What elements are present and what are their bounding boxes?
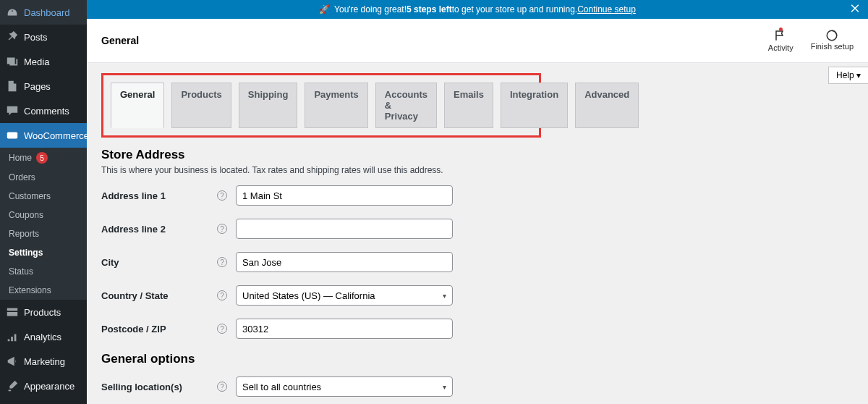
help-icon[interactable]: ? [217,224,227,234]
finish-label: Finish setup [811,42,854,51]
submenu-extensions[interactable]: Extensions [0,281,87,300]
sidebar-label: Dashboard [24,7,70,18]
sidebar-label: Appearance [24,381,75,392]
submenu-coupons[interactable]: Coupons [0,206,87,224]
sidebar-label: Pages [24,81,51,92]
general-options-heading: General options [101,352,854,366]
sidebar-label: Analytics [24,332,61,342]
main-content: 🚀 You're doing great! 5 steps left to ge… [87,0,868,404]
chevron-down-icon: ▾ [443,383,446,391]
submenu-orders[interactable]: Orders [0,168,87,187]
address2-label: Address line 2 [101,224,217,235]
chevron-down-icon: ▾ [443,292,446,300]
page-title: General [101,35,139,46]
tab-shipping[interactable]: Shipping [239,83,298,128]
selling-value: Sell to all countries [242,382,321,392]
store-address-desc: This is where your business is located. … [101,165,854,175]
sidebar-item-dashboard[interactable]: Dashboard [0,0,87,25]
selling-label: Selling location(s) [101,382,217,392]
banner-text-post: to get your store up and running. [452,4,577,14]
tab-accounts[interactable]: Accounts & Privacy [375,83,437,128]
zip-label: Postcode / ZIP [101,324,217,334]
zip-input[interactable] [236,319,453,339]
home-badge: 5 [36,152,48,164]
dashboard-icon [6,6,19,19]
close-icon[interactable] [849,3,861,17]
selling-select[interactable]: Sell to all countries▾ [236,376,453,397]
tab-advanced[interactable]: Advanced [575,83,639,128]
submenu-customers[interactable]: Customers [0,187,87,206]
megaphone-icon [6,355,19,368]
country-select[interactable]: United States (US) — California▾ [236,285,453,306]
banner-text-pre: You're doing great! [334,4,407,14]
media-icon [6,55,19,68]
submenu-home[interactable]: Home5 [0,148,87,168]
sidebar-item-appearance[interactable]: Appearance [0,374,87,398]
sidebar-label: Marketing [24,356,65,367]
sidebar-item-products[interactable]: Products [0,300,87,324]
city-input[interactable] [236,252,453,272]
rocket-icon: 🚀 [319,4,330,14]
tab-integration[interactable]: Integration [501,83,568,128]
page-header: General Activity Finish setup [87,19,868,63]
svg-rect-0 [7,132,17,139]
tab-payments[interactable]: Payments [305,83,367,128]
sidebar-item-woocommerce[interactable]: WooCommerce [0,123,87,148]
sidebar-item-analytics[interactable]: Analytics [0,324,87,349]
submenu-status[interactable]: Status [0,262,87,281]
activity-dot-icon [779,28,783,31]
sidebar-item-posts[interactable]: Posts [0,25,87,49]
settings-body: Help ▾ General Products Shipping Payment… [87,63,868,404]
products-icon [6,306,19,319]
sidebar-item-marketing[interactable]: Marketing [0,349,87,374]
analytics-icon [6,330,19,343]
activity-label: Activity [768,43,793,52]
help-icon[interactable]: ? [217,290,227,300]
help-icon[interactable]: ? [217,382,227,392]
page-icon [6,80,19,93]
address1-input[interactable] [236,185,453,206]
tab-products[interactable]: Products [171,83,231,128]
sidebar-item-media[interactable]: Media [0,49,87,74]
sidebar-label: Media [24,56,49,67]
continue-setup-link[interactable]: Continue setup [577,4,636,14]
admin-sidebar: Dashboard Posts Media Pages Comments Woo… [0,0,87,404]
sidebar-label: Products [24,307,61,318]
finish-setup-button[interactable]: Finish setup [811,29,854,52]
sidebar-label: Posts [24,32,48,43]
comment-icon [6,104,19,117]
store-address-heading: Store Address [101,148,854,162]
submenu-settings[interactable]: Settings [0,243,87,262]
pin-icon [6,30,19,43]
sidebar-label: Comments [24,106,69,117]
tab-emails[interactable]: Emails [444,83,493,128]
submenu-label: Home [9,153,32,163]
sidebar-item-plugins[interactable]: Plugins [0,398,87,404]
address1-label: Address line 1 [101,190,217,201]
woo-submenu: Home5 Orders Customers Coupons Reports S… [0,148,87,300]
help-icon[interactable]: ? [217,257,227,267]
sidebar-item-pages[interactable]: Pages [0,74,87,98]
woo-icon [6,129,19,142]
country-label: Country / State [101,290,217,301]
help-tab[interactable]: Help ▾ [828,67,868,84]
onboarding-banner: 🚀 You're doing great! 5 steps left to ge… [87,0,868,19]
activity-button[interactable]: Activity [768,29,793,52]
banner-text-bold: 5 steps left [407,4,452,14]
sidebar-label: WooCommerce [24,130,89,141]
tab-general[interactable]: General [111,83,164,128]
address2-input[interactable] [236,219,453,239]
country-value: United States (US) — California [242,290,375,301]
sidebar-item-comments[interactable]: Comments [0,98,87,123]
help-icon[interactable]: ? [217,190,227,201]
help-icon[interactable]: ? [217,324,227,334]
progress-icon [825,29,838,42]
submenu-reports[interactable]: Reports [0,224,87,243]
settings-tabs-highlighted: General Products Shipping Payments Accou… [101,73,541,138]
brush-icon [6,379,19,392]
city-label: City [101,257,217,268]
